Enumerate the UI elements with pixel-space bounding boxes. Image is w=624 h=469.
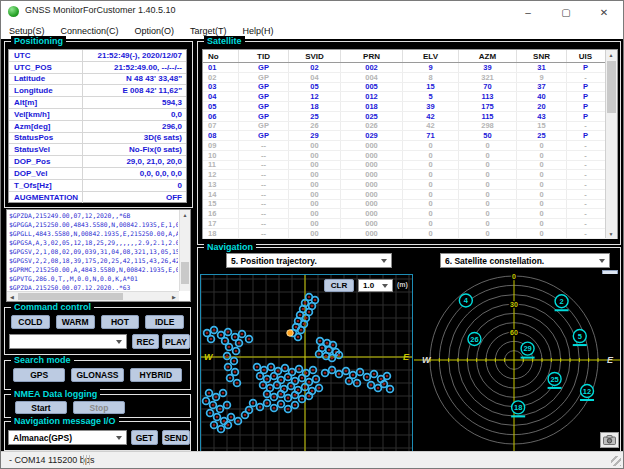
svg-text:26: 26 <box>470 335 478 344</box>
hot-start-button[interactable]: HOT <box>101 315 140 329</box>
satellite-cell: 50 <box>459 131 517 140</box>
positioning-row: UTC_POS21:52:49.00, --/--/-- <box>9 62 186 74</box>
command-combobox[interactable] <box>9 334 127 349</box>
nmea-log-line: $GPGSV,2,1,08,02,09,039,31,04,08,321,13,… <box>9 247 178 256</box>
satellite-cell: 0 <box>517 151 567 160</box>
nmea-hscroll-thumb[interactable] <box>18 293 123 300</box>
positioning-row: StatusPos3D(6 sats) <box>9 133 186 145</box>
menu-bar: Setup(S)Connection(C)Option(O)Target(T)H… <box>1 23 623 39</box>
camera-icon <box>603 435 616 445</box>
satellite-cell: 0 <box>459 161 517 170</box>
satellite-cell: 09 <box>203 141 239 150</box>
menu-item-option[interactable]: Option(O) <box>127 23 183 39</box>
constellation-satellite-5: 5 <box>573 330 587 347</box>
nav-msg-combobox[interactable]: Almanac(GPS) <box>8 430 127 445</box>
satellite-cell: 40 <box>517 92 567 101</box>
satellite-cell: 25 <box>517 131 567 140</box>
satellite-scroll-thumb[interactable] <box>607 61 616 113</box>
scroll-right-icon[interactable]: ▶ <box>169 292 179 301</box>
play-button[interactable]: PLAY <box>162 334 190 349</box>
satellite-cell: 0 <box>459 170 517 179</box>
satellite-cell: 00 <box>289 219 341 228</box>
right-view-select[interactable]: 6. Satellite constellation. <box>440 253 610 268</box>
scroll-up-icon[interactable]: ▲ <box>606 50 616 59</box>
status-connection-text: - COM14 115200 bps <box>9 455 94 465</box>
constellation-plot-panel: 03060WE2451218252629 <box>414 274 620 452</box>
nmea-logging-group: NMEA Data logging Start Stop <box>4 394 191 418</box>
satellite-table-row: 16--00000000- <box>203 209 617 219</box>
nmea-log-line: $GPZDA,215250.00,07,12,2020,,*63 <box>9 283 178 290</box>
satellite-cell: 12 <box>289 92 341 101</box>
positioning-row: Vel[km/h]0,0 <box>9 109 186 121</box>
constellation-satellite-4: 4 <box>459 294 472 307</box>
scale-combobox-value: 1.0 <box>363 281 374 290</box>
search-mode-glonass-button[interactable]: GLONASS <box>71 368 123 382</box>
satellite-cell: -- <box>239 161 289 170</box>
stop-button[interactable]: Stop <box>73 401 125 414</box>
scale-combobox[interactable]: 1.0 <box>358 279 393 292</box>
screenshot-button[interactable] <box>600 432 619 448</box>
satellite-cell: 0 <box>459 141 517 150</box>
nmea-log-line: $GPRMC,215250.00,A,4843.5580,N,00842.193… <box>9 265 178 274</box>
satellite-cell: 00 <box>289 200 341 209</box>
satellite-cell: 9 <box>403 63 459 72</box>
positioning-row-value: 0 <box>83 181 186 190</box>
nmea-log-line: $GPGGA,215250.00,4843.5580,N,00842.1935,… <box>9 220 178 229</box>
satellite-cell: 005 <box>341 83 403 92</box>
minimize-button[interactable]: – <box>509 1 547 23</box>
nmea-vscroll-thumb[interactable] <box>181 262 189 284</box>
nmea-log-hscrollbar[interactable]: ◀ ▶ <box>7 291 179 301</box>
window-title: GNSS MonitorForCustomer 1.40.5.10 <box>25 5 176 15</box>
satellite-table-scrollbar[interactable]: ▲ ▼ <box>605 50 617 238</box>
satellite-cell: GP <box>239 92 289 101</box>
satellite-cell: 0 <box>403 180 459 189</box>
clr-button[interactable]: CLR <box>324 279 354 292</box>
app-icon <box>8 6 19 17</box>
positioning-row: T_Ofs[Hz]0 <box>9 180 186 192</box>
positioning-row-label: DOP_Pos <box>9 156 83 167</box>
satellite-cell: 0 <box>517 180 567 189</box>
get-button[interactable]: GET <box>131 430 158 445</box>
positioning-row: DOP_Vel0,0, 0,0, 0,0 <box>9 168 186 180</box>
satellite-table-body: 01GP0200293931P02GP0400483219-03GP050051… <box>203 63 617 239</box>
search-mode-hybrid-button[interactable]: HYBRID <box>130 368 182 382</box>
scroll-left-icon[interactable]: ◀ <box>7 292 17 301</box>
scroll-up-icon[interactable]: ▲ <box>180 210 190 219</box>
maximize-button[interactable]: ▢ <box>547 1 585 23</box>
satellite-cell: -- <box>239 170 289 179</box>
satellite-cell: 0 <box>517 190 567 199</box>
satellite-cell: GP <box>239 112 289 121</box>
satellite-cell: 002 <box>341 63 403 72</box>
resize-grip[interactable] <box>611 456 621 466</box>
positioning-row-label: UTC <box>9 50 83 61</box>
satellite-cell: 000 <box>341 180 403 189</box>
satellite-cell: 0 <box>517 209 567 218</box>
warm-start-button[interactable]: WARM <box>56 315 95 329</box>
close-button[interactable]: ✕ <box>585 1 623 23</box>
satellite-cell: 70 <box>459 83 517 92</box>
satellite-cell: P <box>567 131 604 140</box>
satellite-cell: 0 <box>459 190 517 199</box>
cold-start-button[interactable]: COLD <box>11 315 50 329</box>
satellite-table-row: 10--00000000- <box>203 151 617 161</box>
left-view-select[interactable]: 5. Position trajectory. <box>226 253 392 268</box>
satellite-table-row: 01GP0200293931P <box>203 63 617 73</box>
send-button[interactable]: SEND <box>162 430 190 445</box>
app-window: GNSS MonitorForCustomer 1.40.5.10 – ▢ ✕ … <box>0 0 624 469</box>
nmea-log-vscrollbar[interactable]: ▲ <box>179 210 190 291</box>
scroll-down-icon[interactable]: ▼ <box>606 229 616 238</box>
positioning-row-label: Longitude <box>9 85 83 96</box>
satellite-table-row: 03GP05005157037P <box>203 83 617 93</box>
satellite-cell: 000 <box>341 170 403 179</box>
satellite-cell: 04 <box>289 73 341 82</box>
nmea-log-box[interactable]: $GPZDA,215249.00,07,12,2020,,*6B$GPGGA,2… <box>6 209 191 302</box>
idle-start-button[interactable]: IDLE <box>145 315 184 329</box>
rec-button[interactable]: REC <box>132 334 159 349</box>
satellite-cell: 321 <box>459 73 517 82</box>
positioning-row-label: StatusPos <box>9 133 83 144</box>
constellation-east-label: E <box>607 355 614 365</box>
satellite-cell: 000 <box>341 209 403 218</box>
search-mode-gps-button[interactable]: GPS <box>13 368 65 382</box>
satellite-cell: 000 <box>341 161 403 170</box>
start-button[interactable]: Start <box>15 401 67 414</box>
